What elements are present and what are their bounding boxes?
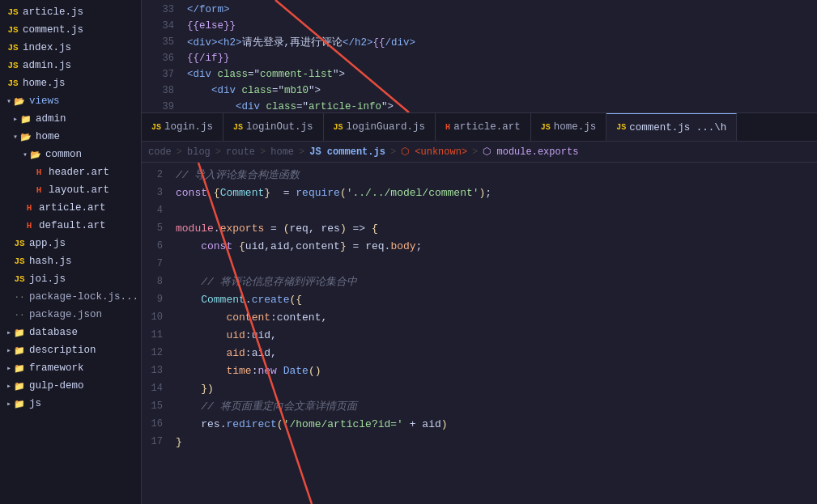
code-line-37: 37 <div class="comment-list"> xyxy=(142,66,817,83)
chevron-right-icon: ▸ xyxy=(13,114,18,124)
folder-icon: 📁 xyxy=(13,379,26,392)
sidebar-label: index.js xyxy=(23,42,71,53)
sidebar-label: common xyxy=(45,149,82,160)
sidebar-item-framework[interactable]: ▸ 📁 framework xyxy=(0,359,141,377)
sidebar-item-default-art[interactable]: H default.art xyxy=(0,217,141,235)
sidebar-label: default.art xyxy=(39,220,106,231)
sidebar-label: package-lock.js... xyxy=(29,291,138,303)
main-content: 33 </form> 34 {{else}} 35 <div><h2>请先登录,… xyxy=(142,0,817,504)
js-file-icon: JS xyxy=(6,41,19,54)
editor-tabs: JS login.js JS loginOut.js JS loginGuard… xyxy=(142,113,817,142)
editor-line-10: 10 content:content, xyxy=(142,308,817,326)
tab-label: article.art xyxy=(453,121,521,133)
sidebar-item-hash-js[interactable]: JS hash.js xyxy=(0,252,141,270)
sidebar-item-comment-js[interactable]: JS comment.js xyxy=(0,21,141,39)
code-preview-lines: 33 </form> 34 {{else}} 35 <div><h2>请先登录,… xyxy=(142,0,817,113)
js-file-icon: JS xyxy=(13,273,26,286)
folder-icon: 📁 xyxy=(13,344,26,357)
sidebar-item-package-json[interactable]: ·· package.json xyxy=(0,306,141,324)
sidebar-item-article-art[interactable]: H article.art xyxy=(0,199,141,217)
tab-label: home.js xyxy=(554,121,597,133)
tab-articleart[interactable]: H article.art xyxy=(436,113,531,141)
js-file-icon: JS xyxy=(6,59,19,72)
code-line-39: 39 <div class="article-info"> xyxy=(142,99,817,113)
tab-label: comment.js ...\h xyxy=(629,122,726,133)
folder-icon: 📁 xyxy=(13,362,26,375)
editor-line-13: 13 time:new Date() xyxy=(142,362,817,379)
bc-module-exports: ⬡ module.exports xyxy=(483,146,578,158)
editor-line-16: 16 res.redirect('/home/article?id=' + ai… xyxy=(142,415,817,433)
code-line-33: 33 </form> xyxy=(142,2,817,18)
code-line-34: 34 {{else}} xyxy=(142,18,817,34)
sidebar-label: framework xyxy=(29,362,84,374)
sidebar-label: admin.js xyxy=(23,60,71,71)
bc-home: home xyxy=(270,146,294,158)
folder-icon: 📁 xyxy=(13,397,26,410)
sidebar-label: home xyxy=(36,131,60,142)
sidebar-item-description[interactable]: ▸ 📁 description xyxy=(0,341,141,359)
sidebar-item-article-js[interactable]: JS article.js xyxy=(0,3,141,21)
sidebar-item-header-art[interactable]: H header.art xyxy=(0,163,141,181)
sidebar-item-home-js[interactable]: JS home.js xyxy=(0,74,141,92)
breadcrumb: code > blog > route > home > JS comment.… xyxy=(142,142,817,163)
js-file-icon: JS xyxy=(616,123,626,132)
js-file-icon: JS xyxy=(233,123,243,132)
js-file-icon: JS xyxy=(541,123,551,132)
sidebar-item-admin-js[interactable]: JS admin.js xyxy=(0,57,141,74)
sidebar-item-app-js[interactable]: JS app.js xyxy=(0,235,141,252)
pkg-file-icon: ·· xyxy=(13,290,26,303)
sidebar-label: home.js xyxy=(23,78,66,89)
editor-line-3: 3 const {Comment} = require('../../model… xyxy=(142,184,817,201)
folder-open-icon: 📂 xyxy=(13,95,26,108)
js-file-icon: JS xyxy=(13,255,26,268)
sidebar-item-views[interactable]: ▾ 📂 views xyxy=(0,92,141,110)
editor-lines: 2 // 导入评论集合构造函数 3 const {Comment} = requ… xyxy=(142,163,817,454)
bc-unknown: ⬡ <unknown> xyxy=(401,146,467,158)
html-file-icon: H xyxy=(32,184,45,197)
sidebar-label: hash.js xyxy=(29,256,72,267)
sidebar-item-package-lock[interactable]: ·· package-lock.js... xyxy=(0,288,141,306)
sidebar-label: admin xyxy=(36,113,66,125)
js-file-icon: JS xyxy=(151,123,161,132)
bc-code: code xyxy=(148,146,172,158)
chevron-right-icon: ▸ xyxy=(6,363,11,373)
chevron-right-icon: ▸ xyxy=(6,399,11,409)
code-line-36: 36 {{/if}} xyxy=(142,50,817,66)
folder-open-icon: 📂 xyxy=(29,148,42,161)
sidebar-item-joi-js[interactable]: JS joi.js xyxy=(0,270,141,288)
sidebar-label: article.art xyxy=(39,202,106,214)
sidebar-item-gulp-demo[interactable]: ▸ 📁 gulp-demo xyxy=(0,377,141,395)
sidebar-item-layout-art[interactable]: H layout.art xyxy=(0,181,141,199)
sidebar-label: article.js xyxy=(23,6,83,18)
sidebar-item-home[interactable]: ▾ 📂 home xyxy=(0,128,141,146)
top-code-preview: 33 </form> 34 {{else}} 35 <div><h2>请先登录,… xyxy=(142,0,817,113)
folder-icon: 📁 xyxy=(19,112,32,125)
file-explorer: JS article.js JS comment.js JS index.js … xyxy=(0,0,142,504)
editor-line-5: 5 module.exports = (req, res) => { xyxy=(142,219,817,237)
sidebar-label: app.js xyxy=(29,238,66,249)
html-file-icon: H xyxy=(23,219,36,232)
tab-loginguardjs[interactable]: JS loginGuard.js xyxy=(324,113,436,141)
sidebar-label: js xyxy=(29,398,41,409)
js-file-icon: JS xyxy=(334,123,343,132)
sidebar-item-admin[interactable]: ▸ 📁 admin xyxy=(0,110,141,128)
sidebar-label: database xyxy=(29,327,78,338)
js-file-icon: JS xyxy=(6,23,19,36)
tab-loginoutjs[interactable]: JS loginOut.js xyxy=(223,113,324,141)
js-file-icon: JS xyxy=(13,237,26,250)
editor-line-12: 12 aid:aid, xyxy=(142,344,817,362)
sidebar-label: gulp-demo xyxy=(29,380,84,392)
tab-loginjs[interactable]: JS login.js xyxy=(142,113,223,141)
tab-homejs[interactable]: JS home.js xyxy=(531,113,607,141)
js-file-icon: JS xyxy=(6,6,19,19)
sidebar-item-js[interactable]: ▸ 📁 js xyxy=(0,395,141,413)
tab-commentjs[interactable]: JS comment.js ...\h xyxy=(606,113,737,141)
sidebar-item-common[interactable]: ▾ 📂 common xyxy=(0,146,141,163)
chevron-right-icon: ▸ xyxy=(6,381,11,391)
sidebar-label: joi.js xyxy=(29,273,66,285)
tab-label: login.js xyxy=(164,121,213,133)
sidebar-item-index-js[interactable]: JS index.js xyxy=(0,39,141,57)
code-editor[interactable]: 2 // 导入评论集合构造函数 3 const {Comment} = requ… xyxy=(142,163,817,504)
sidebar-label: views xyxy=(29,95,60,107)
sidebar-item-database[interactable]: ▸ 📁 database xyxy=(0,324,141,341)
